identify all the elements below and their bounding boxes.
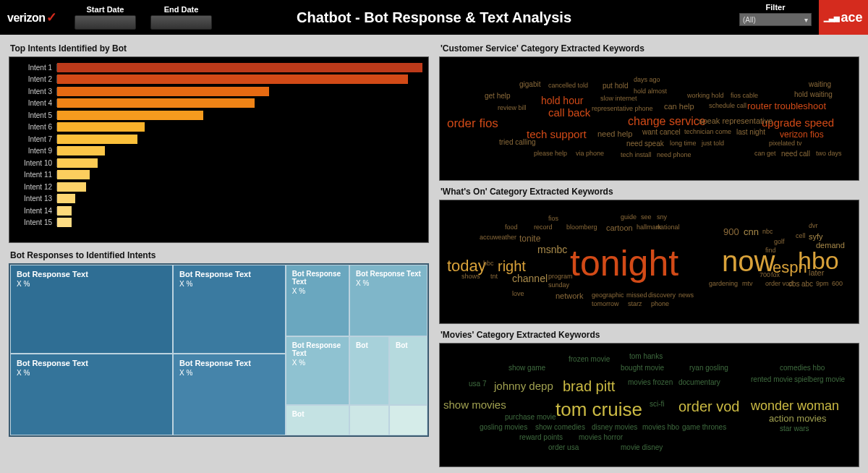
wordcloud-word[interactable]: fios (548, 215, 558, 222)
wordcloud-word[interactable]: reward points (519, 433, 563, 441)
bar-row[interactable]: Intent 4 (14, 98, 422, 110)
wordcloud-word[interactable]: sci-fi (650, 400, 665, 408)
wordcloud-word[interactable]: hold almost (634, 88, 667, 95)
wordcloud-word[interactable]: phone (651, 300, 669, 307)
wordcloud-word[interactable]: need help (597, 129, 632, 138)
wordcloud-word[interactable]: movies frozen (628, 378, 673, 386)
wordcloud-word[interactable]: order vod (678, 399, 740, 415)
wordcloud-word[interactable]: food (505, 223, 518, 231)
bar-row[interactable]: Intent 14 (14, 205, 422, 217)
wordcloud-word[interactable]: bloomberg (566, 223, 597, 231)
wordcloud-word[interactable]: brad pitt (563, 378, 615, 395)
wordcloud-word[interactable]: mtv (742, 280, 753, 287)
wordcloud-word[interactable]: find (765, 247, 776, 254)
wordcloud-word[interactable]: purchase movie (505, 413, 556, 421)
wordcloud-word[interactable]: order usa (548, 443, 579, 451)
wordcloud-word[interactable]: verizon fios (780, 129, 824, 140)
wordcloud-word[interactable]: two days (816, 150, 842, 157)
treemap-cell[interactable]: Bot (349, 336, 389, 404)
wordcloud-word[interactable]: can get (754, 150, 776, 157)
wordcloud-word[interactable]: star wars (780, 425, 809, 432)
bar-row[interactable]: Intent 15 (14, 217, 422, 229)
wordcloud-word[interactable]: national (657, 223, 680, 231)
wordcloud-word[interactable]: game thrones (682, 423, 726, 431)
wordcloud-word[interactable]: 900 (723, 226, 739, 237)
wordcloud-word[interactable]: rented movie (751, 375, 793, 383)
bar-row[interactable]: Intent 3 (14, 85, 422, 98)
wordcloud-word[interactable]: comedies hbo (780, 364, 825, 372)
bar-row[interactable]: Intent 13 (14, 193, 422, 205)
wordcloud-word[interactable]: frozen movie (569, 355, 610, 363)
treemap-cell[interactable]: Bot Response Text X % (286, 265, 349, 336)
wordcloud-word[interactable]: wonder woman (751, 399, 839, 414)
wordcloud-word[interactable]: gosling movies (480, 423, 527, 431)
wordcloud-word[interactable]: need call (781, 150, 810, 158)
wordcloud-word[interactable]: cancelled told (548, 82, 588, 89)
wordcloud-word[interactable]: later (809, 268, 824, 277)
wordcloud-word[interactable]: tonite (519, 234, 540, 244)
wordcloud-word[interactable]: days ago (634, 76, 660, 83)
wordcloud-word[interactable]: please help (534, 150, 567, 157)
wordcloud-word[interactable]: geographic (592, 291, 624, 299)
bar-row[interactable]: Intent 9 (14, 145, 422, 158)
wordcloud-word[interactable]: action movies (769, 413, 826, 424)
treemap-cell[interactable]: Bot (286, 405, 349, 436)
wordcloud-word[interactable]: tom hanks (629, 352, 663, 360)
wordcloud-word[interactable]: review bill (498, 104, 527, 111)
wordcloud-word[interactable]: sny (657, 213, 667, 221)
bar-row[interactable]: Intent 6 (14, 122, 422, 134)
wordcloud-word[interactable]: record (534, 223, 553, 231)
wordcloud-word[interactable]: just told (702, 140, 724, 147)
wordcloud-word[interactable]: bought movie (621, 364, 664, 372)
wordcloud-word[interactable]: change service (628, 115, 706, 128)
wordcloud-word[interactable]: technician come (684, 128, 731, 135)
wordcloud-word[interactable]: movies horror (579, 433, 623, 441)
wordcloud-word[interactable]: need phone (657, 151, 692, 158)
wordcloud-word[interactable]: cartoon (606, 223, 633, 232)
wordcloud-word[interactable]: golf (774, 238, 785, 245)
treemap-cell[interactable]: Bot Response Text X % (10, 354, 173, 435)
treemap-cell[interactable]: Bot Response Text X % (349, 265, 427, 336)
start-date-input[interactable] (75, 15, 136, 30)
wordcloud-word[interactable]: working hold (687, 92, 724, 99)
wordcloud-word[interactable]: spielberg movie (794, 375, 845, 383)
treemap-cell[interactable]: Bot Response Text X % (286, 336, 349, 404)
treemap-cell[interactable]: Bot (389, 336, 427, 404)
bar-row[interactable]: Intent 2 (14, 74, 422, 86)
wordcloud-word[interactable]: get help (485, 92, 511, 100)
wordcloud-word[interactable]: sunday (548, 281, 569, 289)
wordcloud-word[interactable]: 700 (760, 271, 770, 278)
wordcloud-word[interactable]: usa 7 (469, 380, 486, 388)
wordcloud-word[interactable]: channel (512, 273, 548, 284)
wordcloud-word[interactable]: 9pm (816, 280, 829, 287)
wordcloud-word[interactable]: need speak (626, 140, 664, 148)
wordcloud-word[interactable]: starz (628, 300, 642, 307)
treemap-cell[interactable] (389, 405, 427, 436)
wordcloud-word[interactable]: nbc (762, 228, 773, 235)
wordcloud-word[interactable]: ryan gosling (689, 364, 728, 372)
wordcloud-word[interactable]: put hold (603, 82, 629, 90)
wordcloud-word[interactable]: movies hbo (642, 423, 679, 431)
wordcloud-word[interactable]: cell (796, 232, 806, 239)
wordcloud-word[interactable]: tnt (490, 273, 498, 280)
wordcloud-word[interactable]: hold waiting (794, 90, 833, 98)
wordcloud-word[interactable]: accuweather (480, 234, 516, 241)
wordcloud-word[interactable]: pixelated tv (769, 140, 802, 147)
wordcloud-word[interactable]: love (512, 290, 524, 297)
end-date-input[interactable] (150, 15, 212, 30)
bar-row[interactable]: Intent 1 (14, 61, 422, 74)
wordcloud-word[interactable]: slow internet (600, 95, 637, 102)
wordcloud-word[interactable]: missed (626, 291, 647, 299)
wordcloud-word[interactable]: show game (509, 364, 545, 372)
wordcloud-word[interactable]: show comedies (535, 423, 585, 431)
wordcloud-word[interactable]: tomorrow (592, 300, 619, 307)
wordcloud-word[interactable]: movie disney (621, 443, 663, 451)
wordcloud-word[interactable]: disney movies (592, 423, 637, 431)
wordcloud-word[interactable]: gigabit (519, 80, 540, 88)
bar-row[interactable]: Intent 5 (14, 109, 422, 122)
wordcloud-word[interactable]: dvr (809, 222, 818, 229)
wordcloud-word[interactable]: gardening (709, 280, 738, 287)
wordcloud-word[interactable]: shows (461, 273, 480, 280)
wordcloud-word[interactable]: want cancel (642, 128, 681, 136)
wordcloud-word[interactable]: demand (816, 241, 845, 250)
